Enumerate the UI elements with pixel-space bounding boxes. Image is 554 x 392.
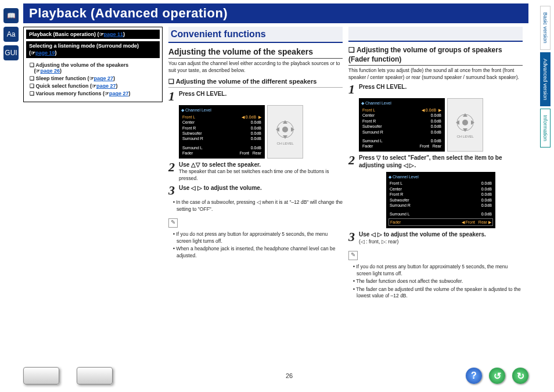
svg-point-7: [462, 120, 468, 125]
heading-fader: ❏ Adjusting the volume of groups of spea…: [348, 45, 523, 66]
nav-sublist: ❏ Adjusting the volume of the speakers (…: [26, 58, 160, 99]
nav-item[interactable]: ❏ Quick select function (☞page 27): [30, 83, 159, 89]
content-col-1: Convenient functions Adjusting the volum…: [168, 27, 343, 302]
step-1: 1 Press CH LEVEL.: [168, 90, 343, 103]
svg-point-1: [282, 127, 288, 132]
svg-marker-4: [276, 127, 279, 132]
device-icon-2[interactable]: [77, 367, 113, 384]
svg-marker-8: [463, 113, 467, 117]
osd-screenshot-2: ◆ Channel Level Front L0.0dB Center0.0dB…: [386, 172, 495, 229]
device-icon-1[interactable]: [23, 367, 59, 384]
left-sidebar: 📖 Aa GUI: [0, 0, 22, 392]
footer: 26 ? ↺ ↻: [23, 363, 528, 389]
step-1: 1 Press CH LEVEL.: [348, 83, 523, 96]
svg-marker-3: [283, 135, 287, 139]
svg-marker-10: [456, 120, 459, 125]
toc-column: Playback (Basic operation) (☞page 11) Se…: [23, 27, 163, 302]
svg-marker-2: [283, 120, 287, 124]
svg-marker-5: [291, 127, 294, 132]
step-2: 2 Press ▽ to select "Fader", then select…: [348, 154, 523, 170]
step-3: 3 Use ◁ ▷ to adjust the volume of the sp…: [348, 231, 523, 245]
tab-information[interactable]: Information: [540, 109, 551, 148]
subheading-different-speakers: ❏ Adjusting the volume of the different …: [168, 77, 343, 88]
intro-text: You can adjust the channel level either …: [168, 60, 343, 74]
font-icon[interactable]: Aa: [3, 27, 19, 42]
nav-item[interactable]: ❏ Sleep timer function (☞page 27): [30, 75, 159, 81]
notes: • If you do not press any button for app…: [172, 231, 343, 259]
svg-marker-9: [463, 128, 467, 132]
remote-illustration: CH LEVEL: [447, 98, 483, 152]
nav-playback-basic[interactable]: Playback (Basic operation) (☞page 11): [26, 30, 160, 39]
remote-illustration: CH LEVEL: [267, 105, 303, 159]
page-number: 26: [113, 372, 466, 379]
help-button[interactable]: ?: [466, 368, 482, 384]
tab-basic[interactable]: Basic version: [540, 6, 551, 50]
heading-adjust-volume: Adjusting the volume of the speakers: [168, 46, 343, 59]
notes: • If you do not press any button for app…: [352, 264, 523, 299]
svg-marker-11: [471, 120, 474, 125]
gui-icon[interactable]: GUI: [3, 45, 19, 60]
content-col-2: ❏ Adjusting the volume of groups of spea…: [348, 27, 523, 302]
osd-screenshot: ◆ Channel Level Front L◀ 0.0dB ▶ Center0…: [359, 98, 445, 152]
nav-item[interactable]: ❏ Various memory functions (☞page 27): [30, 91, 159, 96]
back-button[interactable]: ↺: [489, 368, 505, 384]
tab-advanced[interactable]: Advanced version: [540, 52, 551, 107]
book-icon[interactable]: 📖: [3, 8, 19, 23]
pencil-icon: ✎: [348, 251, 358, 260]
step-3: 3 Use ◁ ▷ to adjust the volume.: [168, 184, 343, 197]
forward-button[interactable]: ↻: [512, 368, 528, 384]
nav-item[interactable]: ❏ Adjusting the volume of the speakers (…: [30, 62, 159, 74]
bullets: • In the case of a subwoofer, pressing ◁…: [172, 199, 343, 213]
pencil-icon: ✎: [168, 218, 178, 228]
page-body: Playback (Advanced operation) Playback (…: [23, 3, 528, 375]
right-tabs: Basic version Advanced version Informati…: [539, 6, 552, 150]
section-header: Convenient functions: [168, 27, 343, 43]
step-2: 2 Use △▽ to select the speaker.The speak…: [168, 161, 343, 182]
osd-screenshot: ◆ Channel Level Front L◀ 0.0dB ▶ Center0…: [179, 105, 265, 159]
intro-text: This function lets you adjust (fade) the…: [348, 67, 523, 81]
page-title: Playback (Advanced operation): [23, 3, 528, 23]
nav-surround-mode[interactable]: Selecting a listening mode (Surround mod…: [26, 41, 160, 58]
